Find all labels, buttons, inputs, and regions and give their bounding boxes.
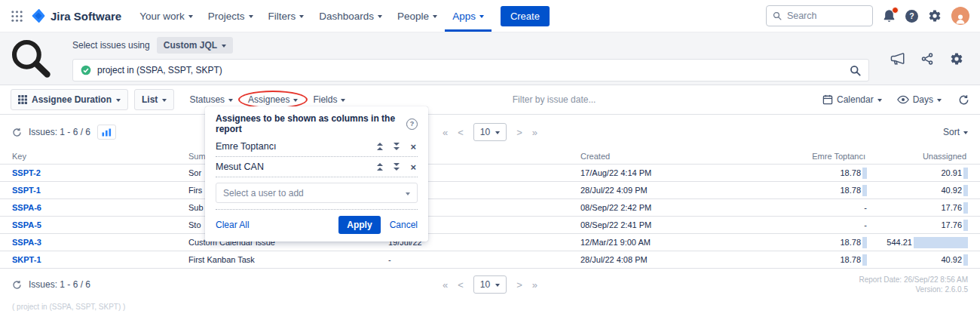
cell-key: SSPA-3 xyxy=(12,238,188,247)
page-size-select[interactable]: 10 xyxy=(473,123,507,141)
megaphone-icon xyxy=(890,52,905,65)
valid-check-icon xyxy=(81,65,91,75)
report-date: Report Date: 26/Sep/22 8:56 AM xyxy=(859,275,968,285)
report-app-logo xyxy=(8,37,54,81)
page-prev-button[interactable]: < xyxy=(458,280,464,290)
jira-logo[interactable]: Jira Software xyxy=(31,8,121,23)
remove-assignee-icon[interactable]: × xyxy=(410,162,416,172)
chevron-down-icon xyxy=(341,99,345,102)
chevron-down-icon xyxy=(116,99,121,102)
main-nav: Your work Projects Filters Dashboards Pe… xyxy=(132,0,492,32)
duration-bar xyxy=(963,168,968,179)
cell-user2: 40.92 xyxy=(871,185,972,196)
share-button[interactable] xyxy=(921,53,933,65)
duration-value: 18.78 xyxy=(840,255,861,264)
days-dropdown[interactable]: Days xyxy=(897,94,942,105)
gear-icon xyxy=(928,9,942,23)
report-type-label: Assignee Duration xyxy=(32,94,112,105)
duration-value: 544.21 xyxy=(887,238,912,247)
issue-key-link[interactable]: SSPT-2 xyxy=(12,168,41,177)
move-top-icon[interactable] xyxy=(377,143,383,150)
nav-people[interactable]: People xyxy=(390,0,445,32)
refresh-issues-button[interactable] xyxy=(12,128,22,137)
assignee-row: Mesut CAN × xyxy=(216,157,418,177)
move-bottom-icon[interactable] xyxy=(394,163,400,171)
nav-your-work[interactable]: Your work xyxy=(132,0,201,32)
chart-view-button[interactable] xyxy=(97,125,116,140)
issue-key-link[interactable]: SSPA-3 xyxy=(12,238,41,247)
remove-assignee-icon[interactable]: × xyxy=(410,142,416,152)
nav-label: People xyxy=(397,11,429,22)
nav-label: Dashboards xyxy=(319,11,374,22)
table-row: SSPA-6 Sub 08/Sep/22 2:42 PM - 17.76 xyxy=(0,199,980,217)
fields-dropdown[interactable]: Fields xyxy=(313,94,345,105)
page-first-button[interactable]: « xyxy=(443,128,448,137)
move-top-icon[interactable] xyxy=(377,163,383,171)
sort-dropdown[interactable]: Sort xyxy=(943,127,968,137)
query-mode-label: Custom JQL xyxy=(164,40,217,51)
help-button[interactable]: ? xyxy=(905,10,918,23)
cell-user1: 18.78 xyxy=(754,237,871,248)
view-dropdown[interactable]: List xyxy=(134,89,174,110)
question-icon: ? xyxy=(905,10,918,23)
calendar-dropdown[interactable]: Calendar xyxy=(822,94,882,105)
search-input[interactable] xyxy=(787,11,866,21)
page-size-value: 10 xyxy=(480,127,490,137)
duration-bar xyxy=(862,185,867,196)
select-issues-label: Select issues using xyxy=(72,40,150,51)
apply-button[interactable]: Apply xyxy=(338,216,380,234)
announcements-button[interactable] xyxy=(890,52,905,65)
duration-value: 18.78 xyxy=(840,238,861,247)
avatar[interactable] xyxy=(951,7,969,25)
notifications-button[interactable] xyxy=(883,9,896,23)
page-next-button[interactable]: > xyxy=(516,128,522,137)
move-bottom-icon[interactable] xyxy=(394,143,400,150)
global-search[interactable] xyxy=(766,5,873,26)
cell-user2: 17.76 xyxy=(871,220,972,231)
statuses-dropdown[interactable]: Statuses xyxy=(189,94,233,105)
popup-help-icon[interactable]: ? xyxy=(406,118,418,130)
create-button[interactable]: Create xyxy=(501,6,550,26)
page-size-select[interactable]: 10 xyxy=(473,275,507,294)
page-prev-button[interactable]: < xyxy=(458,128,464,137)
report-version: Version: 2.6.0.5 xyxy=(859,285,968,294)
clear-all-link[interactable]: Clear All xyxy=(216,220,250,230)
issue-key-link[interactable]: SSPA-5 xyxy=(12,220,41,229)
nav-apps[interactable]: Apps xyxy=(445,0,492,32)
cell-created: 08/Sep/22 2:41 PM xyxy=(580,220,754,229)
jql-search-button[interactable] xyxy=(850,65,861,76)
cell-key: SSPA-6 xyxy=(12,203,188,212)
table-row: SSPT-1 Firs 28/Jul/22 4:09 PM 18.78 40.9… xyxy=(0,182,980,199)
nav-label: Apps xyxy=(452,11,476,22)
nav-projects[interactable]: Projects xyxy=(201,0,261,32)
app-switcher-button[interactable] xyxy=(8,7,26,26)
chevron-down-icon xyxy=(495,284,500,287)
table-row: SKPT-1 First Kanban Task - 28/Jul/22 4:0… xyxy=(0,251,980,269)
cell-hidden: - xyxy=(388,255,580,264)
chevron-down-icon xyxy=(479,15,484,18)
report-settings-button[interactable] xyxy=(950,52,963,66)
magnifier-logo-icon xyxy=(8,37,54,81)
table-row: SSPA-3 Custom Calendar Issue 19/Jul/22 1… xyxy=(0,234,980,251)
nav-dashboards[interactable]: Dashboards xyxy=(311,0,390,32)
issues-table: Key Summary Created Emre Toptancı Unassi… xyxy=(0,148,980,269)
page-first-button[interactable]: « xyxy=(443,280,448,290)
jql-query-field[interactable]: project in (SSPA, SSPT, SKPT) xyxy=(72,59,869,82)
nav-filters[interactable]: Filters xyxy=(261,0,312,32)
issue-date-filter-input[interactable] xyxy=(513,94,641,105)
page-next-button[interactable]: > xyxy=(516,280,522,290)
sync-button[interactable] xyxy=(958,94,969,106)
issue-key-link[interactable]: SSPT-1 xyxy=(12,186,41,195)
settings-button[interactable] xyxy=(928,9,942,23)
issue-key-link[interactable]: SSPA-6 xyxy=(12,203,41,212)
nav-label: Filters xyxy=(268,11,296,22)
issue-key-link[interactable]: SKPT-1 xyxy=(12,255,41,264)
page-last-button[interactable]: » xyxy=(532,280,537,290)
refresh-issues-button[interactable] xyxy=(12,280,22,290)
assignees-dropdown[interactable]: Assignees xyxy=(248,94,298,105)
cancel-link[interactable]: Cancel xyxy=(390,220,418,230)
report-type-dropdown[interactable]: Assignee Duration xyxy=(11,89,128,110)
page-last-button[interactable]: » xyxy=(532,128,537,137)
add-user-select[interactable]: Select a user to add xyxy=(216,183,418,203)
query-mode-dropdown[interactable]: Custom JQL xyxy=(157,37,233,54)
